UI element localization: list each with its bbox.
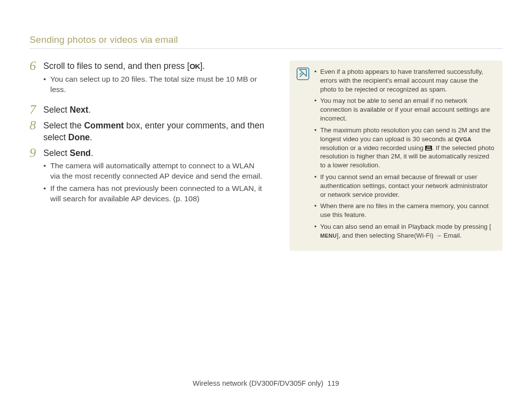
footer-page-number: 119 bbox=[327, 379, 339, 387]
qvga-icon: QVGA bbox=[455, 136, 471, 143]
step-7-bold: Next bbox=[70, 105, 89, 115]
left-column: 6 Scroll to files to send, and then pres… bbox=[30, 61, 265, 214]
step-8-body: Select the Comment box, enter your comme… bbox=[43, 120, 265, 143]
page-footer: Wireless network (DV300F/DV305F only) 11… bbox=[0, 379, 532, 387]
note-item-1: Even if a photo appears to have transfer… bbox=[314, 67, 495, 93]
note-6-b: ], and then selecting bbox=[337, 232, 397, 239]
step-8-bold2: Done bbox=[68, 132, 90, 142]
note-6-c: . bbox=[460, 232, 462, 239]
step-9-prefix: Select bbox=[43, 148, 70, 158]
manual-page: Sending photos or videos via email 6 Scr… bbox=[0, 0, 532, 401]
header-divider bbox=[30, 48, 502, 49]
step-8-bold1: Comment bbox=[84, 121, 124, 130]
svg-rect-3 bbox=[426, 149, 431, 150]
step-9-sublist: The camera will automatically attempt to… bbox=[43, 161, 265, 204]
step-7-prefix: Select bbox=[43, 105, 70, 115]
step-6-body: Scroll to files to send, and then press … bbox=[43, 61, 265, 100]
step-number: 8 bbox=[30, 119, 43, 132]
step-7-body: Select Next. bbox=[43, 104, 265, 116]
step-6-text-before: Scroll to files to send, and then press … bbox=[43, 61, 190, 71]
step-9-suffix: . bbox=[91, 148, 93, 158]
note-item-3: The maximum photo resolution you can sen… bbox=[314, 126, 495, 170]
note-3-b: resolution or a video recorded using bbox=[320, 144, 425, 152]
step-6: 6 Scroll to files to send, and then pres… bbox=[30, 61, 265, 100]
step-9: 9 Select Send. The camera will automatic… bbox=[30, 148, 265, 210]
step-9-sub-2: If the camera has not previously been co… bbox=[43, 184, 265, 204]
menu-icon: MENU bbox=[320, 232, 337, 240]
step-6-text-after: ]. bbox=[200, 61, 205, 71]
content-columns: 6 Scroll to files to send, and then pres… bbox=[30, 61, 502, 251]
svg-text:240: 240 bbox=[427, 146, 431, 149]
note-item-4: If you cannot send an email because of f… bbox=[314, 173, 495, 199]
step-9-bold: Send bbox=[70, 148, 91, 158]
note-box: Even if a photo appears to have transfer… bbox=[290, 61, 502, 251]
note-item-2: You may not be able to send an email if … bbox=[314, 96, 495, 123]
page-title: Sending photos or videos via email bbox=[30, 34, 502, 45]
step-8: 8 Select the Comment box, enter your com… bbox=[30, 120, 265, 143]
right-column: Even if a photo appears to have transfer… bbox=[290, 61, 502, 251]
ok-icon: OK bbox=[190, 62, 200, 71]
step-7-suffix: . bbox=[88, 105, 91, 115]
step-6-sublist: You can select up to 20 files. The total… bbox=[43, 74, 265, 95]
step-9-body: Select Send. The camera will automatical… bbox=[43, 148, 265, 210]
record-240-icon: 240 bbox=[425, 146, 432, 151]
note-list: Even if a photo appears to have transfer… bbox=[314, 67, 495, 243]
note-6-bold: Share(Wi-Fi) → Email bbox=[397, 232, 460, 239]
note-item-6: You can also send an email in Playback m… bbox=[314, 222, 495, 240]
step-number: 9 bbox=[30, 147, 43, 159]
step-6-sub-1: You can select up to 20 files. The total… bbox=[43, 74, 265, 95]
step-number: 6 bbox=[30, 60, 43, 72]
footer-section: Wireless network (DV300F/DV305F only) bbox=[193, 379, 323, 387]
step-8-suffix: . bbox=[90, 132, 92, 142]
step-7: 7 Select Next. bbox=[30, 104, 265, 116]
note-6-a: You can also send an email in Playback m… bbox=[320, 223, 491, 230]
step-8-prefix: Select the bbox=[43, 121, 84, 130]
step-9-sub-1: The camera will automatically attempt to… bbox=[43, 161, 265, 182]
step-number: 7 bbox=[30, 103, 43, 116]
note-item-5: When there are no files in the camera me… bbox=[314, 202, 495, 219]
note-icon bbox=[297, 67, 309, 80]
